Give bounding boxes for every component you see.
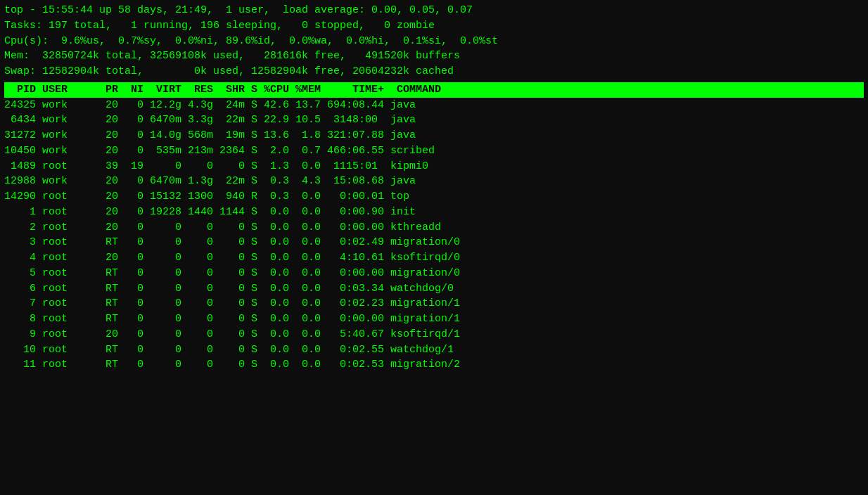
table-row: 8 root RT 0 0 0 0 S 0.0 0.0 0:00.00 migr…: [4, 311, 864, 327]
table-row: 10450 work 20 0 535m 213m 2364 S 2.0 0.7…: [4, 143, 864, 159]
header-line-4: Mem: 32850724k total, 32569108k used, 28…: [4, 49, 864, 64]
table-row: 12988 work 20 0 6470m 1.3g 22m S 0.3 4.3…: [4, 174, 864, 189]
table-row: 31272 work 20 0 14.0g 568m 19m S 13.6 1.…: [4, 128, 864, 143]
table-row: 4 root 20 0 0 0 0 S 0.0 0.0 4:10.61 ksof…: [4, 250, 864, 266]
table-row: 6434 work 20 0 6470m 3.3g 22m S 22.9 10.…: [4, 112, 864, 128]
terminal: top - 15:55:44 up 58 days, 21:49, 1 user…: [0, 0, 868, 495]
table-row: 6 root RT 0 0 0 0 S 0.0 0.0 0:03.34 watc…: [4, 281, 864, 297]
table-row: 9 root 20 0 0 0 0 S 0.0 0.0 5:40.67 ksof…: [4, 327, 864, 342]
table-row: 24325 work 20 0 12.2g 4.3g 24m S 42.6 13…: [4, 98, 864, 113]
table-row: 11 root RT 0 0 0 0 S 0.0 0.0 0:02.53 mig…: [4, 357, 864, 373]
table-row: 7 root RT 0 0 0 0 S 0.0 0.0 0:02.23 migr…: [4, 296, 864, 311]
table-row: 10 root RT 0 0 0 0 S 0.0 0.0 0:02.55 wat…: [4, 342, 864, 358]
table-row: 1489 root 39 19 0 0 0 S 1.3 0.0 1115:01 …: [4, 159, 864, 174]
table-row: 5 root RT 0 0 0 0 S 0.0 0.0 0:00.00 migr…: [4, 266, 864, 281]
table-row: 14290 root 20 0 15132 1300 940 R 0.3 0.0…: [4, 189, 864, 205]
table: PID USER PR NI VIRT RES SHR S %CPU %MEM …: [4, 82, 864, 373]
header-line-5: Swap: 12582904k total, 0k used, 12582904…: [4, 64, 864, 79]
header-line-2: Tasks: 197 total, 1 running, 196 sleepin…: [4, 18, 864, 34]
table-row: 2 root 20 0 0 0 0 S 0.0 0.0 0:00.00 kthr…: [4, 220, 864, 236]
table-header: PID USER PR NI VIRT RES SHR S %CPU %MEM …: [4, 82, 864, 98]
header-section: top - 15:55:44 up 58 days, 21:49, 1 user…: [4, 3, 864, 79]
table-row: 1 root 20 0 19228 1440 1144 S 0.0 0.0 0:…: [4, 205, 864, 220]
table-body: 24325 work 20 0 12.2g 4.3g 24m S 42.6 13…: [4, 98, 864, 373]
table-row: 3 root RT 0 0 0 0 S 0.0 0.0 0:02.49 migr…: [4, 235, 864, 250]
header-line-3: Cpu(s): 9.6%us, 0.7%sy, 0.0%ni, 89.6%id,…: [4, 34, 864, 49]
header-line-1: top - 15:55:44 up 58 days, 21:49, 1 user…: [4, 3, 864, 18]
